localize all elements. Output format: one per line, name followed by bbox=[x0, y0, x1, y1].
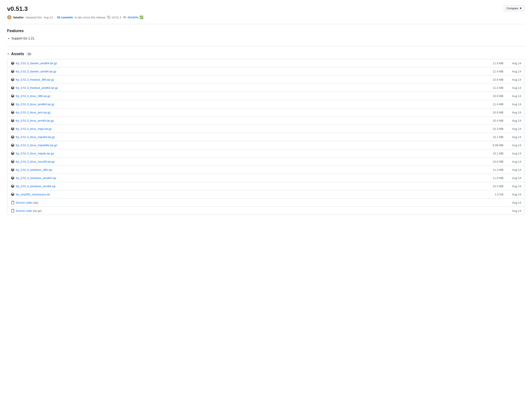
asset-link[interactable]: frp_0.51.3_darwin_amd64.tar.gz bbox=[16, 62, 57, 65]
asset-date: Aug 14 bbox=[503, 201, 521, 204]
asset-link[interactable]: frp_0.51.3_linux_mips.tar.gz bbox=[16, 127, 52, 131]
asset-size: 11.6 MB bbox=[477, 176, 503, 180]
asset-name-col: frp_0.51.3_linux_mips64le.tar.gz bbox=[11, 143, 477, 147]
asset-link[interactable]: frp_0.51.3_linux_386.tar.gz bbox=[16, 94, 50, 98]
table-row: frp_0.51.3_linux_arm64.tar.gz 10.4 MB Au… bbox=[7, 116, 525, 125]
release-title: v0.51.3 bbox=[7, 5, 143, 12]
check-circle-icon: ✅ bbox=[140, 16, 143, 19]
table-row: frp_0.51.3_windows_amd64.zip 11.6 MB Aug… bbox=[7, 174, 525, 182]
table-row: Source code (zip) Aug 14 bbox=[7, 198, 525, 207]
package-icon bbox=[11, 168, 14, 171]
table-row: frp_0.51.3_darwin_arm64.tar.gz 11.4 MB A… bbox=[7, 67, 525, 75]
table-row: frp_0.51.3_windows_arm64.zip 10.5 MB Aug… bbox=[7, 182, 525, 190]
package-icon bbox=[11, 61, 14, 65]
title-area: v0.51.3 f fatedier released this Aug 14 … bbox=[7, 5, 143, 20]
commit-icon bbox=[123, 16, 126, 19]
asset-date: Aug 14 bbox=[503, 168, 521, 171]
assets-section: ▼ Assets 19 frp_0.51.3_darwin_amd64.tar.… bbox=[7, 52, 525, 215]
table-row: frp_0.51.3_linux_mips64.tar.gz 10.1 MB A… bbox=[7, 133, 525, 141]
asset-size: 10.1 MB bbox=[477, 136, 503, 139]
asset-link[interactable]: frp_sha256_checksums.txt bbox=[16, 193, 50, 196]
asset-name-col: Source code (tar.gz) bbox=[11, 209, 477, 212]
asset-size: 11.4 MB bbox=[477, 70, 503, 73]
asset-date: Aug 14 bbox=[503, 94, 521, 98]
asset-name-col: frp_0.51.3_freebsd_amd64.tar.gz bbox=[11, 86, 477, 90]
asset-link[interactable]: frp_0.51.3_linux_amd64.tar.gz bbox=[16, 103, 54, 106]
assets-count-badge: 19 bbox=[26, 52, 32, 56]
table-row: frp_sha256_checksums.txt 1.5 KB Aug 14 bbox=[7, 190, 525, 198]
asset-date: Aug 14 bbox=[503, 136, 521, 139]
asset-name-col: frp_0.51.3_windows_386.zip bbox=[11, 168, 477, 171]
asset-link[interactable]: Source code (tar.gz) bbox=[16, 209, 42, 212]
asset-link[interactable]: frp_0.51.3_linux_mipsle.tar.gz bbox=[16, 152, 54, 155]
asset-date: Aug 14 bbox=[503, 111, 521, 114]
table-row: frp_0.51.3_linux_386.tar.gz 10.9 MB Aug … bbox=[7, 92, 525, 100]
commits-suffix: to dev since this release bbox=[75, 16, 105, 19]
asset-name-col: frp_0.51.3_windows_amd64.zip bbox=[11, 176, 477, 180]
chevron-down-icon: ▼ bbox=[519, 7, 522, 10]
features-list: Support Go 1.21. bbox=[7, 36, 525, 41]
package-icon bbox=[11, 111, 14, 114]
tag-value: v0.51.3 bbox=[112, 16, 121, 19]
asset-link[interactable]: frp_0.51.3_linux_mips64.tar.gz bbox=[16, 136, 55, 139]
assets-heading: Assets bbox=[11, 52, 24, 56]
asset-size: 10.5 MB bbox=[477, 185, 503, 188]
table-row: frp_0.51.3_linux_riscv64.tar.gz 10.6 MB … bbox=[7, 157, 525, 166]
tag-ref: v0.51.3 bbox=[107, 16, 121, 19]
asset-link[interactable]: frp_0.51.3_windows_386.zip bbox=[16, 168, 52, 171]
assets-chevron-icon[interactable]: ▼ bbox=[7, 53, 9, 55]
author-link[interactable]: fatedier bbox=[13, 16, 24, 19]
tag-icon bbox=[107, 16, 111, 19]
asset-link[interactable]: frp_0.51.3_freebsd_386.tar.gz bbox=[16, 78, 54, 81]
table-row: frp_0.51.3_freebsd_386.tar.gz 10.8 MB Au… bbox=[7, 75, 525, 84]
asset-link[interactable]: frp_0.51.3_windows_arm64.zip bbox=[16, 185, 56, 188]
package-icon bbox=[11, 102, 14, 106]
package-icon bbox=[11, 127, 14, 131]
asset-link[interactable]: frp_0.51.3_linux_arm64.tar.gz bbox=[16, 119, 54, 122]
asset-link[interactable]: frp_0.51.3_linux_riscv64.tar.gz bbox=[16, 160, 55, 163]
table-row: frp_0.51.3_linux_mipsle.tar.gz 10.1 MB A… bbox=[7, 149, 525, 157]
asset-name-col: frp_0.51.3_darwin_amd64.tar.gz bbox=[11, 61, 477, 65]
asset-date: Aug 14 bbox=[503, 160, 521, 163]
package-icon bbox=[11, 143, 14, 147]
asset-size: 10.1 MB bbox=[477, 152, 503, 155]
package-icon bbox=[11, 86, 14, 90]
commit-hash-link[interactable]: 466d69e bbox=[127, 16, 139, 19]
asset-name-col: frp_0.51.3_linux_mipsle.tar.gz bbox=[11, 152, 477, 155]
asset-date: Aug 14 bbox=[503, 152, 521, 155]
page-header: v0.51.3 f fatedier released this Aug 14 … bbox=[7, 5, 525, 20]
asset-link[interactable]: Source code (zip) bbox=[16, 201, 38, 204]
asset-link[interactable]: frp_0.51.3_linux_mips64le.tar.gz bbox=[16, 144, 57, 147]
table-row: frp_0.51.3_windows_386.zip 11.3 MB Aug 1… bbox=[7, 166, 525, 174]
asset-link[interactable]: frp_0.51.3_freebsd_amd64.tar.gz bbox=[16, 86, 58, 90]
asset-name-col: frp_0.51.3_linux_mips64.tar.gz bbox=[11, 135, 477, 139]
asset-size: 11.4 MB bbox=[477, 86, 503, 90]
compare-button[interactable]: Compare ▼ bbox=[504, 5, 525, 11]
avatar: f bbox=[7, 15, 11, 20]
package-icon bbox=[11, 160, 14, 163]
asset-name-col: frp_0.51.3_linux_mips.tar.gz bbox=[11, 127, 477, 131]
commits-link[interactable]: 52 commits bbox=[57, 16, 73, 19]
asset-link[interactable]: frp_0.51.3_linux_arm.tar.gz bbox=[16, 111, 51, 114]
release-date: Aug 14 bbox=[44, 16, 53, 19]
asset-size: 11.9 MB bbox=[477, 62, 503, 65]
divider-2 bbox=[7, 46, 525, 46]
features-section: Features Support Go 1.21. bbox=[7, 29, 525, 41]
asset-date: Aug 14 bbox=[503, 176, 521, 180]
asset-link[interactable]: frp_0.51.3_darwin_arm64.tar.gz bbox=[16, 70, 56, 73]
asset-name-col: frp_0.51.3_linux_arm64.tar.gz bbox=[11, 119, 477, 122]
asset-size: 1.5 KB bbox=[477, 193, 503, 196]
released-text: released this bbox=[25, 16, 42, 19]
asset-date: Aug 14 bbox=[503, 209, 521, 212]
asset-date: Aug 14 bbox=[503, 62, 521, 65]
asset-name-col: frp_0.51.3_linux_riscv64.tar.gz bbox=[11, 160, 477, 163]
assets-table: frp_0.51.3_darwin_amd64.tar.gz 11.9 MB A… bbox=[7, 59, 525, 215]
divider-1 bbox=[7, 24, 525, 24]
package-icon bbox=[11, 152, 14, 155]
asset-date: Aug 14 bbox=[503, 78, 521, 81]
asset-link[interactable]: frp_0.51.3_windows_amd64.zip bbox=[16, 176, 56, 180]
asset-size: 11.3 MB bbox=[477, 168, 503, 171]
commit-ref: 466d69e ✅ bbox=[123, 16, 143, 19]
asset-name-col: frp_sha256_checksums.txt bbox=[11, 193, 477, 196]
table-row: frp_0.51.3_linux_mips.tar.gz 10.3 MB Aug… bbox=[7, 125, 525, 133]
